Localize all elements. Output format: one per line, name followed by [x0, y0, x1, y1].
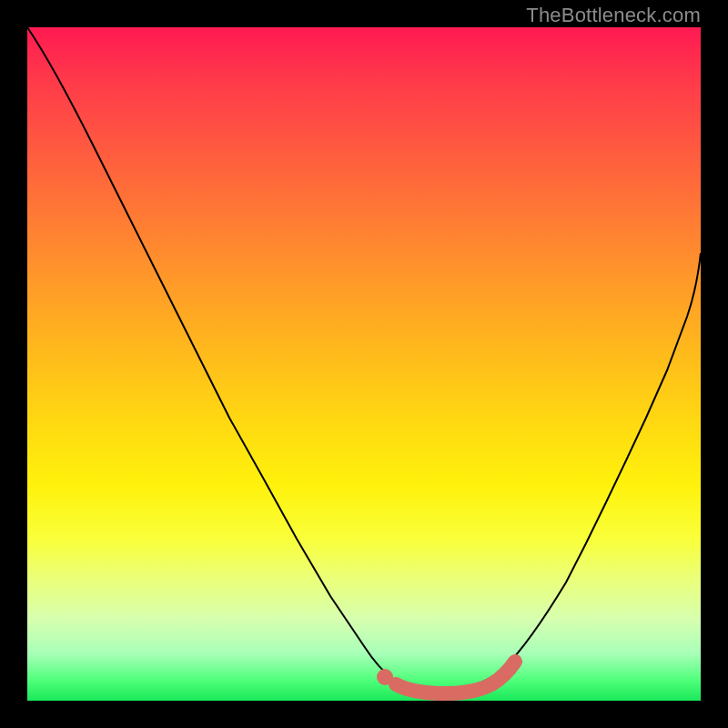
chart-frame: TheBottleneck.com: [0, 0, 728, 728]
curve-svg: [27, 27, 701, 701]
highlight-dot: [377, 669, 393, 685]
plot-area: [27, 27, 701, 701]
highlight-segment: [396, 662, 515, 693]
attribution-text: TheBottleneck.com: [526, 4, 701, 27]
bottleneck-curve: [27, 27, 701, 691]
